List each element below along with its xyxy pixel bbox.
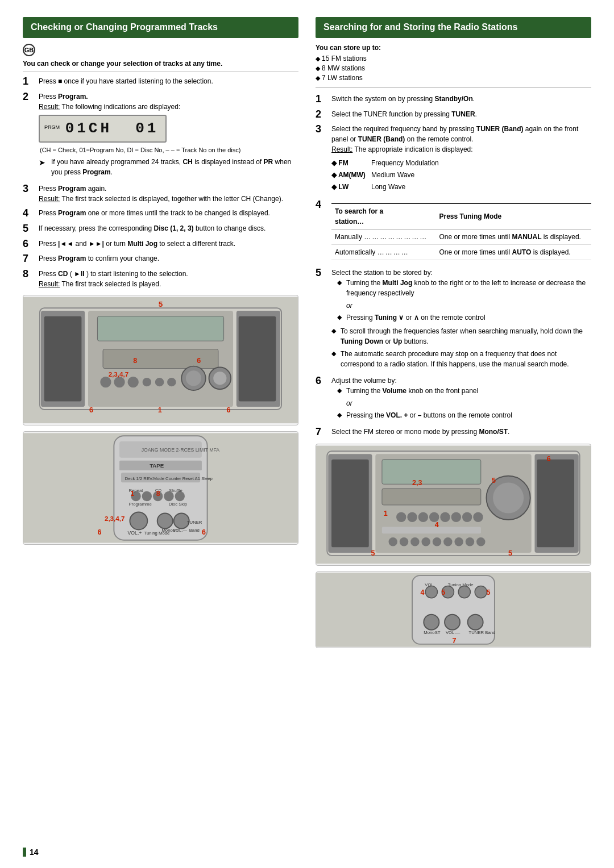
display-text: 01CH 01 [65, 120, 159, 137]
step-2-number: 2 [23, 91, 35, 103]
fm-lw-indicator: ◆ LW [331, 182, 371, 192]
svg-point-96 [425, 586, 437, 598]
svg-text:6: 6 [89, 406, 93, 414]
svg-point-82 [433, 537, 441, 546]
svg-text:5: 5 [159, 301, 163, 309]
svg-text:Disc Skip: Disc Skip [169, 502, 187, 507]
fm-row-fm: ◆ FM Frequency Modulation [331, 158, 591, 168]
svg-point-98 [458, 586, 470, 598]
svg-point-102 [424, 615, 439, 630]
r-step-7-number: 7 [316, 427, 328, 438]
step-5: 5 If necessary, press the corresponding … [23, 223, 298, 235]
r-step-4-number: 4 [316, 199, 328, 211]
step-4-content: Press Program one or more times until th… [39, 208, 298, 218]
display-prgm-label: PRGM [44, 124, 60, 130]
step-8: 8 Press CD ( ►II ) to start listening to… [23, 269, 298, 289]
r-step-2-content: Select the TUNER function by pressing TU… [331, 109, 591, 119]
svg-text:6: 6 [197, 357, 201, 365]
r-step-1-content: Switch the system on by pressing Standby… [331, 94, 591, 104]
step-1-number: 1 [23, 76, 35, 87]
step-6-number: 6 [23, 239, 35, 250]
r-step-5-content: Select the station to be stored by: ◆ Tu… [331, 268, 591, 372]
svg-text:TUNER: TUNER [187, 520, 202, 525]
r-step-5-note-2-text: The automatic search procedure may stop … [341, 349, 591, 369]
svg-point-76 [473, 512, 483, 522]
step-8-number: 8 [23, 269, 35, 280]
step4-manual-desc: One or more times until MANUAL is displa… [435, 229, 591, 245]
section-divider [316, 87, 591, 88]
r-step-5-bullet-2-text: Pressing Tuning ∨ or ∧ on the remote con… [346, 312, 486, 323]
svg-text:VOL: VOL [425, 583, 434, 588]
fm-mw-desc: Medium Wave [371, 170, 591, 180]
left-section-title: Checking or Changing Programmed Tracks [23, 17, 298, 38]
svg-rect-5 [239, 316, 276, 402]
fm-mw-indicator: ◆ AM(MW) [331, 170, 371, 180]
svg-text:6: 6 [202, 528, 206, 536]
step-4-number: 4 [23, 208, 35, 219]
svg-text:VOL.—: VOL.— [173, 528, 188, 533]
r-step-4-content: To search for astation… Press Tuning Mod… [331, 199, 591, 264]
fm-lw-desc: Long Wave [371, 182, 591, 192]
svg-point-13 [155, 378, 164, 386]
svg-text:4: 4 [435, 521, 439, 529]
fm-fm-desc: Frequency Modulation [371, 158, 591, 168]
bullet-mw: 8 MW stations [316, 64, 591, 72]
svg-rect-77 [382, 527, 481, 534]
r-step-6-bullet-1: ◆ Turning the Volume knob on the front p… [337, 386, 591, 396]
svg-point-73 [440, 512, 450, 522]
bullet-sym-2: ◆ [337, 312, 346, 322]
r-step-5-bullets: ◆ Turning the Multi Jog knob to the righ… [331, 278, 591, 323]
display-note: (CH = Check, 01=Program No, DI = Disc No… [39, 145, 298, 155]
step-7-number: 7 [23, 253, 35, 265]
r-step-6-content: Adjust the volume by: ◆ Turning the Volu… [331, 375, 591, 423]
r-step-6-number: 6 [316, 375, 328, 387]
svg-text:4: 4 [421, 589, 425, 596]
r-step-6-bullet-2-text: Pressing the VOL. + or – buttons on the … [346, 410, 512, 420]
svg-text:VOL.—: VOL.— [446, 631, 460, 636]
page-number: 14 [23, 848, 39, 857]
svg-rect-3 [44, 316, 82, 402]
fm-fm-indicator: ◆ FM [331, 158, 371, 168]
step-1-content: Press ■ once if you have started listeni… [39, 76, 298, 86]
svg-text:6: 6 [97, 528, 101, 536]
svg-point-16 [186, 371, 201, 386]
svg-point-84 [454, 537, 463, 546]
svg-point-83 [443, 537, 452, 546]
r-step-6: 6 Adjust the volume by: ◆ Turning the Vo… [316, 375, 591, 423]
step4-row-manual: Manually …………………… One or more times unti… [331, 229, 591, 245]
svg-text:2,3,4,7: 2,3,4,7 [109, 371, 128, 378]
arrow-icon: ➤ [39, 157, 48, 169]
r-step-5: 5 Select the station to be stored by: ◆ … [316, 268, 591, 372]
bullet-sym-v1: ◆ [337, 386, 346, 395]
svg-point-68 [493, 483, 524, 514]
step-2-arrow-note: ➤ If you have already programmed 24 trac… [39, 157, 298, 177]
step-3: 3 Press Program again. Result: The first… [23, 183, 298, 204]
svg-text:1: 1 [130, 490, 134, 498]
step-6: 6 Press |◄◄ and ►►| or turn Multi Jog to… [23, 239, 298, 250]
svg-point-70 [407, 512, 417, 522]
svg-rect-61 [331, 460, 369, 548]
right-device-image-bottom: VOL Tuning Mode MonoST VOL.— TUNER Band … [316, 571, 591, 648]
step4-manual-label: Manually …………………… [331, 229, 435, 245]
step-6-content: Press |◄◄ and ►►| or turn Multi Jog to s… [39, 239, 298, 249]
bullet-sym-note-2: ◆ [331, 349, 341, 358]
step-4: 4 Press Program one or more times until … [23, 208, 298, 219]
gb-badge: GB [23, 44, 35, 56]
two-column-layout: Checking or Changing Programmed Tracks G… [23, 17, 591, 654]
step4-table: To search for astation… Press Tuning Mod… [331, 203, 591, 260]
svg-text:VOL.+: VOL.+ [128, 530, 142, 536]
r-step-6-bullet-1-text: Turning the Volume knob on the front pan… [346, 386, 478, 396]
right-device-image-top: 6 2,3 1 5 4 5 5 [316, 444, 591, 566]
display-box: PRGM 01CH 01 [39, 115, 167, 143]
r-step-5-note-1-text: To scroll through the frequencies faster… [341, 326, 591, 347]
svg-text:Shuffle: Shuffle [169, 488, 182, 493]
fm-table: ◆ FM Frequency Modulation ◆ AM(MW) Mediu… [331, 158, 591, 192]
step4-col1-header: To search for astation… [331, 203, 435, 229]
svg-text:Deck 1/2  REV.Mode  Counter Re: Deck 1/2 REV.Mode Counter Reset A1 Sleep [125, 476, 213, 481]
r-step-5-note-1: ◆ To scroll through the frequencies fast… [331, 326, 591, 347]
svg-text:2,3,4,7: 2,3,4,7 [105, 515, 125, 522]
page-container: Checking or Changing Programmed Tracks G… [0, 0, 614, 868]
svg-text:Tuning Mode: Tuning Mode [448, 583, 474, 588]
r-step-4: 4 To search for astation… Press Tuning M… [316, 199, 591, 264]
svg-text:5: 5 [371, 549, 375, 557]
